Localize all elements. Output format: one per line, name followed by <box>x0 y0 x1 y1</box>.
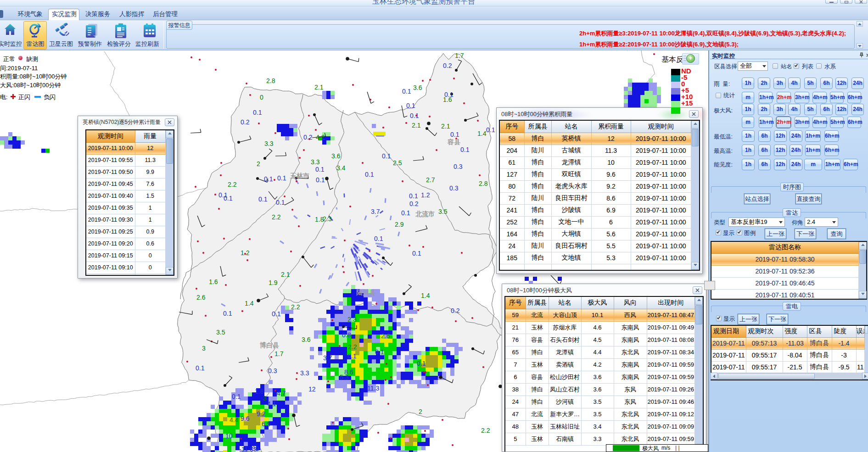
svg-text:0.1: 0.1 <box>232 393 241 400</box>
svg-text:2.1: 2.1 <box>281 271 290 278</box>
svg-text:0.1: 0.1 <box>365 171 374 178</box>
svg-text:3.7: 3.7 <box>323 354 332 362</box>
svg-text:2.3: 2.3 <box>323 215 332 223</box>
svg-text:3.5: 3.5 <box>438 208 448 215</box>
svg-text:北流市: 北流市 <box>415 210 435 218</box>
svg-text:2.5: 2.5 <box>393 159 402 167</box>
svg-text:0.2: 0.2 <box>303 134 313 141</box>
svg-text:0.1: 0.1 <box>450 131 459 138</box>
svg-text:0.1: 0.1 <box>375 348 384 356</box>
svg-text:0.3: 0.3 <box>454 163 463 170</box>
svg-text:0.1: 0.1 <box>444 91 454 98</box>
svg-text:3.4: 3.4 <box>336 164 346 172</box>
svg-text:3.6: 3.6 <box>413 84 422 91</box>
svg-text:9.6: 9.6 <box>241 415 250 422</box>
svg-text:3: 3 <box>202 345 206 352</box>
svg-text:0.2: 0.2 <box>451 307 460 314</box>
svg-text:2.7: 2.7 <box>426 176 435 184</box>
svg-text:2.2: 2.2 <box>348 343 357 351</box>
svg-text:0.1: 0.1 <box>401 209 410 217</box>
svg-text:0.1: 0.1 <box>374 235 383 242</box>
svg-text:3.3: 3.3 <box>311 158 320 166</box>
svg-text:1.8: 1.8 <box>255 388 264 395</box>
svg-text:1.7: 1.7 <box>274 350 284 357</box>
svg-text:0.1: 0.1 <box>315 166 325 173</box>
svg-text:3.3: 3.3 <box>264 140 274 147</box>
svg-text:0.2: 0.2 <box>443 62 452 69</box>
svg-text:4.4: 4.4 <box>230 416 239 424</box>
svg-text:0.1: 0.1 <box>196 364 205 372</box>
svg-text:10: 10 <box>225 432 233 440</box>
svg-text:0.1: 0.1 <box>276 199 285 206</box>
svg-text:4.7: 4.7 <box>277 390 286 397</box>
svg-text:2.1: 2.1 <box>412 122 421 129</box>
svg-text:0.1: 0.1 <box>410 112 419 119</box>
svg-text:0.1: 0.1 <box>406 102 415 109</box>
svg-text:0.8: 0.8 <box>342 331 351 339</box>
svg-text:0.2: 0.2 <box>409 200 419 207</box>
svg-text:0.1: 0.1 <box>272 310 281 318</box>
svg-text:1.6: 1.6 <box>209 278 218 285</box>
svg-text:3.5: 3.5 <box>216 329 225 336</box>
svg-text:0.1: 0.1 <box>402 88 411 95</box>
svg-text:容县: 容县 <box>447 138 460 145</box>
svg-text:0.1: 0.1 <box>316 176 325 184</box>
svg-text:2: 2 <box>419 408 422 415</box>
svg-text:0.1: 0.1 <box>412 250 421 257</box>
svg-text:2.1: 2.1 <box>441 123 450 130</box>
svg-text:3.6: 3.6 <box>302 336 311 343</box>
svg-text:2: 2 <box>257 160 260 167</box>
svg-text:2.6: 2.6 <box>196 294 206 301</box>
svg-text:0.1: 0.1 <box>224 195 233 202</box>
svg-text:2.1: 2.1 <box>314 84 324 91</box>
svg-text:0.1: 0.1 <box>277 174 286 182</box>
svg-text:2.3: 2.3 <box>347 316 357 323</box>
svg-text:12: 12 <box>308 385 316 393</box>
svg-text:6.9: 6.9 <box>262 420 271 428</box>
svg-text:1.2: 1.2 <box>241 249 250 257</box>
svg-text:博白县: 博白县 <box>259 341 279 349</box>
svg-text:2.6: 2.6 <box>381 332 390 340</box>
svg-text:0.1: 0.1 <box>258 195 268 203</box>
svg-text:2.2: 2.2 <box>228 181 237 188</box>
svg-text:2.2: 2.2 <box>481 427 490 434</box>
svg-text:0.1: 0.1 <box>253 109 262 116</box>
svg-text:1.7: 1.7 <box>455 52 464 59</box>
svg-text:陆川县: 陆川县 <box>356 289 375 296</box>
svg-text:1.9: 1.9 <box>269 279 278 286</box>
svg-text:5.3: 5.3 <box>340 374 349 381</box>
svg-text:0.1: 0.1 <box>223 310 232 317</box>
svg-text:2.8: 2.8 <box>266 77 275 84</box>
svg-text:1.2: 1.2 <box>421 191 430 199</box>
svg-text:3: 3 <box>263 395 267 402</box>
svg-text:0.3: 0.3 <box>449 184 459 192</box>
svg-text:0.1: 0.1 <box>417 360 426 367</box>
svg-text:0.2: 0.2 <box>241 118 250 126</box>
svg-text:0.1: 0.1 <box>486 126 495 134</box>
svg-text:9.2: 9.2 <box>257 410 266 418</box>
svg-text:3.7: 3.7 <box>371 208 380 215</box>
svg-text:0.1: 0.1 <box>409 192 418 200</box>
svg-text:1.4: 1.4 <box>245 300 254 307</box>
svg-text:0.3: 0.3 <box>268 367 277 374</box>
svg-text:0.1: 0.1 <box>460 146 470 153</box>
svg-text:4.1: 4.1 <box>267 400 276 407</box>
svg-text:0.1: 0.1 <box>382 152 391 160</box>
svg-text:1.4: 1.4 <box>477 130 487 137</box>
svg-text:11.3: 11.3 <box>367 385 379 392</box>
svg-text:3.3: 3.3 <box>300 369 309 377</box>
svg-text:4.2: 4.2 <box>316 134 325 141</box>
svg-text:2.8: 2.8 <box>479 180 488 187</box>
svg-text:0: 0 <box>260 94 263 101</box>
svg-text:2.9: 2.9 <box>395 221 404 228</box>
svg-text:39: 39 <box>252 445 259 452</box>
svg-text:玉林市: 玉林市 <box>290 172 309 179</box>
svg-text:0.1: 0.1 <box>264 175 273 183</box>
svg-text:2.2: 2.2 <box>291 303 300 311</box>
svg-text:1.4: 1.4 <box>421 292 430 299</box>
svg-text:0.1: 0.1 <box>347 352 357 360</box>
svg-text:3.6: 3.6 <box>331 152 341 160</box>
svg-text:2.2: 2.2 <box>272 213 281 221</box>
